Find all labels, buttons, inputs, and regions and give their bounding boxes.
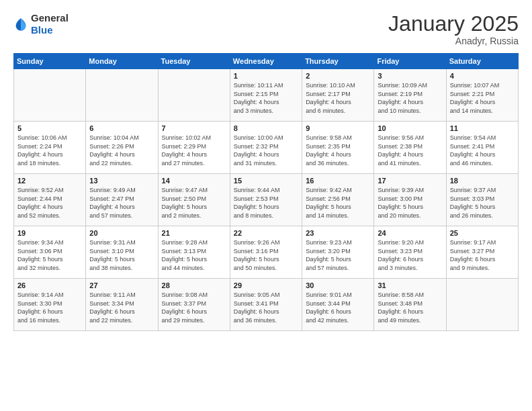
day-info: Sunrise: 9:14 AM Sunset: 3:30 PM Dayligh… — [17, 291, 82, 324]
day-info: Sunrise: 10:04 AM Sunset: 2:26 PM Daylig… — [89, 134, 154, 167]
calendar-cell: 22Sunrise: 9:26 AM Sunset: 3:16 PM Dayli… — [230, 226, 302, 279]
logo-blue: Blue — [31, 24, 53, 36]
day-info: Sunrise: 10:00 AM Sunset: 2:32 PM Daylig… — [234, 134, 298, 167]
calendar-cell — [14, 69, 86, 122]
day-number: 18 — [450, 177, 515, 185]
day-number: 23 — [306, 229, 370, 237]
day-info: Sunrise: 10:10 AM Sunset: 2:17 PM Daylig… — [306, 81, 370, 115]
calendar-table: SundayMondayTuesdayWednesdayThursdayFrid… — [13, 53, 519, 331]
day-info: Sunrise: 9:11 AM Sunset: 3:34 PM Dayligh… — [89, 291, 154, 324]
weekday-header-tuesday: Tuesday — [158, 54, 230, 69]
day-info: Sunrise: 9:37 AM Sunset: 3:03 PM Dayligh… — [450, 186, 515, 220]
day-info: Sunrise: 9:54 AM Sunset: 2:41 PM Dayligh… — [450, 134, 515, 167]
calendar-cell: 25Sunrise: 9:17 AM Sunset: 3:27 PM Dayli… — [446, 226, 518, 279]
month-title: January 2025 — [388, 12, 519, 36]
weekday-header-wednesday: Wednesday — [230, 54, 302, 69]
weekday-header-saturday: Saturday — [446, 54, 518, 69]
day-number: 4 — [450, 72, 515, 80]
day-number: 30 — [306, 281, 370, 289]
day-number: 19 — [17, 229, 82, 237]
logo-icon — [13, 17, 28, 32]
calendar-cell: 28Sunrise: 9:08 AM Sunset: 3:37 PM Dayli… — [158, 279, 230, 331]
calendar-week-1: 1Sunrise: 10:11 AM Sunset: 2:15 PM Dayli… — [14, 69, 519, 122]
calendar-cell: 5Sunrise: 10:06 AM Sunset: 2:24 PM Dayli… — [14, 122, 86, 174]
day-info: Sunrise: 10:11 AM Sunset: 2:15 PM Daylig… — [234, 81, 298, 115]
calendar-week-3: 12Sunrise: 9:52 AM Sunset: 2:44 PM Dayli… — [14, 174, 519, 226]
calendar-week-2: 5Sunrise: 10:06 AM Sunset: 2:24 PM Dayli… — [14, 122, 519, 174]
day-info: Sunrise: 9:17 AM Sunset: 3:27 PM Dayligh… — [450, 238, 515, 272]
day-info: Sunrise: 9:08 AM Sunset: 3:37 PM Dayligh… — [162, 291, 226, 324]
day-info: Sunrise: 9:28 AM Sunset: 3:13 PM Dayligh… — [162, 238, 226, 272]
day-number: 21 — [162, 229, 226, 237]
day-number: 22 — [234, 229, 298, 237]
calendar-cell: 8Sunrise: 10:00 AM Sunset: 2:32 PM Dayli… — [230, 122, 302, 174]
calendar-cell: 30Sunrise: 9:01 AM Sunset: 3:44 PM Dayli… — [302, 279, 374, 331]
calendar-cell: 7Sunrise: 10:02 AM Sunset: 2:29 PM Dayli… — [158, 122, 230, 174]
weekday-header-sunday: Sunday — [14, 54, 86, 69]
day-number: 11 — [450, 124, 515, 132]
day-number: 2 — [306, 72, 370, 80]
day-info: Sunrise: 9:05 AM Sunset: 3:41 PM Dayligh… — [234, 291, 298, 324]
day-info: Sunrise: 9:56 AM Sunset: 2:38 PM Dayligh… — [378, 134, 442, 167]
day-number: 26 — [17, 281, 82, 289]
logo: General Blue — [13, 12, 69, 36]
page: General Blue January 2025 Anadyr, Russia… — [0, 0, 532, 411]
weekday-header-friday: Friday — [374, 54, 446, 69]
day-info: Sunrise: 9:34 AM Sunset: 3:06 PM Dayligh… — [17, 238, 82, 272]
weekday-header-thursday: Thursday — [302, 54, 374, 69]
calendar-cell: 18Sunrise: 9:37 AM Sunset: 3:03 PM Dayli… — [446, 174, 518, 226]
day-number: 1 — [234, 72, 298, 80]
day-number: 20 — [89, 229, 154, 237]
day-info: Sunrise: 9:42 AM Sunset: 2:56 PM Dayligh… — [306, 186, 370, 220]
day-number: 29 — [234, 281, 298, 289]
weekday-header-monday: Monday — [86, 54, 158, 69]
logo-general: General — [31, 12, 69, 24]
day-number: 7 — [162, 124, 226, 132]
day-number: 25 — [450, 229, 515, 237]
calendar-cell: 24Sunrise: 9:20 AM Sunset: 3:23 PM Dayli… — [374, 226, 446, 279]
calendar-cell: 17Sunrise: 9:39 AM Sunset: 3:00 PM Dayli… — [374, 174, 446, 226]
calendar-cell: 2Sunrise: 10:10 AM Sunset: 2:17 PM Dayli… — [302, 69, 374, 122]
calendar-cell: 10Sunrise: 9:56 AM Sunset: 2:38 PM Dayli… — [374, 122, 446, 174]
header: General Blue January 2025 Anadyr, Russia — [13, 12, 519, 46]
calendar-cell: 31Sunrise: 8:58 AM Sunset: 3:48 PM Dayli… — [374, 279, 446, 331]
day-number: 15 — [234, 177, 298, 185]
calendar-cell: 15Sunrise: 9:44 AM Sunset: 2:53 PM Dayli… — [230, 174, 302, 226]
calendar-cell: 4Sunrise: 10:07 AM Sunset: 2:21 PM Dayli… — [446, 69, 518, 122]
calendar-cell: 29Sunrise: 9:05 AM Sunset: 3:41 PM Dayli… — [230, 279, 302, 331]
calendar-cell: 21Sunrise: 9:28 AM Sunset: 3:13 PM Dayli… — [158, 226, 230, 279]
weekday-header-row: SundayMondayTuesdayWednesdayThursdayFrid… — [14, 54, 519, 69]
calendar-cell: 6Sunrise: 10:04 AM Sunset: 2:26 PM Dayli… — [86, 122, 158, 174]
day-info: Sunrise: 9:01 AM Sunset: 3:44 PM Dayligh… — [306, 291, 370, 324]
day-info: Sunrise: 10:06 AM Sunset: 2:24 PM Daylig… — [17, 134, 82, 167]
day-info: Sunrise: 9:47 AM Sunset: 2:50 PM Dayligh… — [162, 186, 226, 220]
day-number: 3 — [378, 72, 442, 80]
day-info: Sunrise: 9:52 AM Sunset: 2:44 PM Dayligh… — [17, 186, 82, 220]
calendar-cell: 12Sunrise: 9:52 AM Sunset: 2:44 PM Dayli… — [14, 174, 86, 226]
day-number: 24 — [378, 229, 442, 237]
day-info: Sunrise: 9:23 AM Sunset: 3:20 PM Dayligh… — [306, 238, 370, 272]
day-number: 6 — [89, 124, 154, 132]
day-info: Sunrise: 9:39 AM Sunset: 3:00 PM Dayligh… — [378, 186, 442, 220]
day-info: Sunrise: 9:26 AM Sunset: 3:16 PM Dayligh… — [234, 238, 298, 272]
calendar-week-4: 19Sunrise: 9:34 AM Sunset: 3:06 PM Dayli… — [14, 226, 519, 279]
day-number: 10 — [378, 124, 442, 132]
calendar-cell: 23Sunrise: 9:23 AM Sunset: 3:20 PM Dayli… — [302, 226, 374, 279]
calendar-cell — [446, 279, 518, 331]
calendar-cell: 16Sunrise: 9:42 AM Sunset: 2:56 PM Dayli… — [302, 174, 374, 226]
logo-text: General Blue — [31, 12, 69, 36]
calendar-cell — [86, 69, 158, 122]
calendar-week-5: 26Sunrise: 9:14 AM Sunset: 3:30 PM Dayli… — [14, 279, 519, 331]
day-number: 28 — [162, 281, 226, 289]
day-number: 9 — [306, 124, 370, 132]
day-info: Sunrise: 10:07 AM Sunset: 2:21 PM Daylig… — [450, 81, 515, 115]
title-block: January 2025 Anadyr, Russia — [388, 12, 519, 46]
day-number: 27 — [89, 281, 154, 289]
day-number: 31 — [378, 281, 442, 289]
calendar-cell: 11Sunrise: 9:54 AM Sunset: 2:41 PM Dayli… — [446, 122, 518, 174]
day-info: Sunrise: 9:44 AM Sunset: 2:53 PM Dayligh… — [234, 186, 298, 220]
day-number: 17 — [378, 177, 442, 185]
day-info: Sunrise: 8:58 AM Sunset: 3:48 PM Dayligh… — [378, 291, 442, 324]
calendar-cell: 20Sunrise: 9:31 AM Sunset: 3:10 PM Dayli… — [86, 226, 158, 279]
day-number: 13 — [89, 177, 154, 185]
